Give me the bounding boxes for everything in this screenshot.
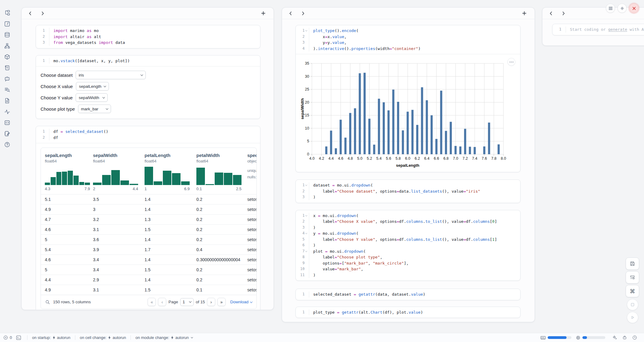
scratchpad-scroll-icon[interactable] [0,62,14,73]
column-histogram [196,167,242,185]
code-editor[interactable]: 1plot_type = getattr(alt.Chart(df), plot… [296,307,520,318]
svg-text:8.0: 8.0 [501,156,506,161]
logs-search-icon[interactable] [0,84,14,95]
column-header-sepalWidth[interactable]: sepalWidthfloat6424.4 [93,153,145,191]
svg-text:7.6: 7.6 [482,156,487,161]
last-page-button[interactable]: » [217,298,226,306]
column-next-icon[interactable] [38,9,47,17]
column-header-petalLength[interactable]: petalLengthfloat6416.9 [145,153,196,191]
column-prev-icon[interactable] [286,9,295,17]
page-total: of 15 [196,300,205,304]
choose-x-value-label: Choose X value [41,84,73,89]
row-count-summary: 150 rows, 5 columns [53,300,91,304]
scratchpad-edit-icon[interactable] [0,128,14,139]
on-startup-mode[interactable]: on startup: autorun [32,335,70,340]
cell-dataset-dropdown: 123dataset = mo.ui.dropdown( label="Choo… [295,180,521,203]
svg-text:6.0: 6.0 [405,156,410,161]
save-button[interactable] [626,258,639,270]
code-editor[interactable]: 12df = selected_dataset()df [36,126,260,143]
functions-icon[interactable]: f [0,18,14,29]
add-column-icon[interactable] [520,9,528,17]
table-row[interactable]: 53.61.40.2setosa [41,234,256,244]
choose-dataset-label: Choose dataset [41,73,73,78]
chat-bot-icon[interactable] [0,73,14,84]
code-editor[interactable]: 1selected_dataset = getattr(data, datase… [296,289,520,300]
table-row[interactable]: 5.43.91.70.4setosa [41,244,256,255]
svg-text:5: 5 [307,139,309,143]
download-button[interactable]: Download [230,300,252,304]
keyboard-shortcuts-button[interactable]: ⌘ [626,285,639,297]
code-editor[interactable]: 123dataset = mo.ui.dropdown( label="Choo… [296,180,520,203]
column-header-petalWidth[interactable]: petalWidthfloat640.12.5 [196,153,247,191]
svg-text:5.8: 5.8 [395,156,401,161]
control-row: Choose datasetiris [41,70,260,80]
fold-chevron-icon [305,29,307,31]
dependency-graph-icon[interactable] [0,40,14,51]
ai-sparkles-icon[interactable] [612,335,617,340]
empty-code-editor[interactable]: 1 Start coding or generate with AI [553,24,644,35]
terminal-icon[interactable] [15,334,23,341]
code-editor[interactable]: 1mo.vstack([dataset, x, y, plot]) [36,55,260,66]
settings-gear-icon[interactable] [617,4,627,13]
snippets-icon[interactable] [0,117,14,128]
notebook-column-left: 123import marimo as moimport altair as a… [21,7,274,310]
search-icon[interactable] [45,300,50,305]
add-column-icon[interactable] [259,9,267,17]
on-cell-change-mode[interactable]: on cell change: autorun [80,335,126,340]
bolt-icon [108,336,111,340]
packages-icon[interactable] [0,51,14,62]
column-header-sepalLength[interactable]: sepalLengthfloat644.37.9 [45,153,93,191]
table-row[interactable]: 4.931.40.2setosa [41,204,256,214]
file-tree-icon[interactable] [0,7,14,18]
code-editor[interactable]: 123import marimo as moimport altair as a… [36,25,260,48]
column-prev-icon[interactable] [547,9,555,17]
runtime-clock-icon[interactable] [632,335,637,340]
tracing-icon[interactable] [0,106,14,117]
first-page-button[interactable]: « [148,298,156,306]
page-select[interactable]: 1 [180,298,194,306]
choose-dataset-dropdown[interactable]: iris [76,71,146,79]
column-histogram [45,167,90,185]
column-prev-icon[interactable] [26,9,34,17]
table-row[interactable]: 4.63.41.40.30000000000000004setosa [41,255,256,265]
table-footer: 150 rows, 5 columns « ‹ Page 1 of 15 › »… [41,295,256,309]
copilot-icon[interactable] [622,335,627,340]
column-next-icon[interactable] [559,9,568,17]
table-row[interactable]: 4.63.11.50.2setosa [41,224,256,234]
svg-text:7.2: 7.2 [463,156,468,161]
layout-button[interactable] [626,271,639,283]
help-icon[interactable] [0,139,14,150]
choose-y-value-dropdown[interactable]: sepalWidth [76,93,108,102]
choose-plot-type-dropdown[interactable]: mark_bar [78,105,111,113]
choose-x-value-dropdown[interactable]: sepalLength [76,82,109,91]
svg-text:7.4: 7.4 [472,156,477,161]
stop-button[interactable] [627,299,638,310]
chevron-down-icon [191,336,193,338]
table-row[interactable]: 4.93.11.50.1setosa [41,285,256,295]
svg-text:5.2: 5.2 [367,156,372,161]
table-row[interactable]: 4.42.91.40.2setosa [41,275,256,285]
database-icon[interactable] [0,29,14,40]
marimo-notebook-app: f 123import marimo as moimport altair as… [0,0,644,342]
chart-menu-icon[interactable] [507,58,515,66]
bolt-icon [52,336,55,340]
column-toolbar [542,8,644,19]
next-page-button[interactable]: › [207,298,215,306]
cell-selected-dataset: 1selected_dataset = getattr(data, datase… [295,289,521,300]
notebook-menu-icon[interactable] [606,4,615,13]
errors-indicator[interactable]: 0 [3,335,12,340]
code-editor[interactable]: 1234567891011x = mo.ui.dropdown( label="… [296,210,520,281]
documentation-icon[interactable] [0,95,14,106]
table-row[interactable]: 5.13.51.40.2setosa [41,194,256,204]
close-icon[interactable] [629,3,639,13]
table-row[interactable]: 53.41.50.2setosa [41,265,256,275]
table-row[interactable]: 4.73.21.30.2setosa [41,214,256,224]
prev-page-button[interactable]: ‹ [158,298,166,306]
generate-with-ai-link[interactable]: generate [608,27,627,32]
column-next-icon[interactable] [299,9,307,17]
code-editor[interactable]: 1234plot_type().encode( x=x.value, y=y.v… [296,25,520,54]
run-button[interactable] [627,312,638,323]
on-module-change-mode[interactable]: on module change: autorun [135,335,193,340]
column-histogram [93,167,138,185]
column-header-species[interactable]: speciesobjectuniquenulls: [247,153,257,191]
